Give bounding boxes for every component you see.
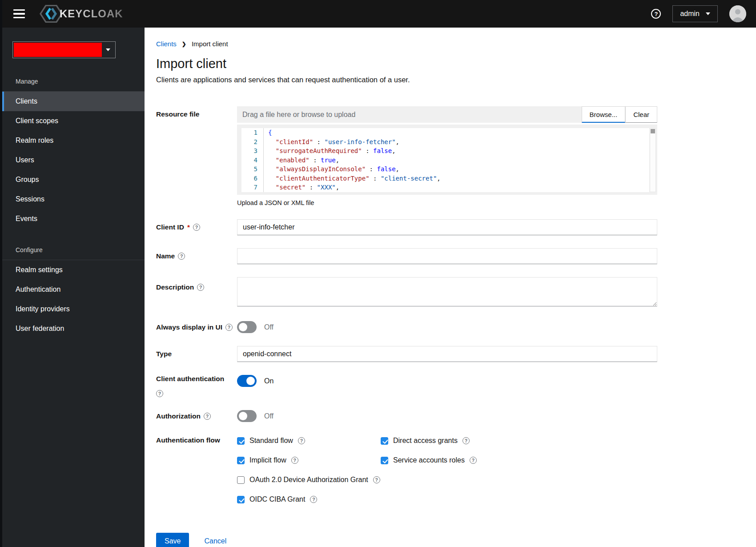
authorization-label: Authorization ?	[156, 412, 237, 420]
sidebar-item-user-federation[interactable]: User federation	[2, 319, 145, 338]
always-display-label: Always display in UI ?	[156, 323, 237, 331]
help-icon[interactable]: ?	[225, 324, 233, 331]
checkbox-row-direct-access-grants[interactable]: Direct access grants?	[381, 435, 524, 446]
authorization-toggle[interactable]	[237, 410, 257, 422]
name-input[interactable]	[237, 248, 657, 264]
toggle-state-label: Off	[264, 323, 273, 331]
save-button[interactable]: Save	[156, 533, 189, 547]
type-input[interactable]	[237, 346, 657, 362]
description-textarea[interactable]	[237, 277, 657, 306]
upload-helper-text: Upload a JSON or XML file	[237, 199, 657, 206]
sidebar-item-realm-settings[interactable]: Realm settings	[2, 260, 145, 280]
checked-checkbox[interactable]	[381, 437, 388, 445]
sidebar-item-authentication[interactable]: Authentication	[2, 280, 145, 299]
client-authentication-label: Client authentication ?	[156, 375, 237, 397]
nav-section-title-configure: Configure	[2, 246, 145, 260]
checkbox-row-implicit-flow[interactable]: Implicit flow?	[237, 454, 381, 466]
client-authentication-toggle[interactable]	[237, 375, 257, 387]
sidebar-item-sessions[interactable]: Sessions	[2, 189, 145, 209]
sidebar-item-realm-roles[interactable]: Realm roles	[2, 131, 145, 150]
checkbox-label: OIDC CIBA Grant	[249, 495, 305, 503]
client-authentication-row: Client authentication ? On	[156, 375, 657, 397]
resource-file-label: Resource file	[156, 106, 237, 118]
editor-scrollbar[interactable]	[650, 128, 656, 192]
sidebar-item-users[interactable]: Users	[2, 150, 145, 170]
sidebar: ManageClientsClient scopesRealm rolesUse…	[0, 28, 145, 547]
resource-file-row: Resource file Drag a file here or browse…	[156, 106, 657, 206]
editor-scrollbar-thumb[interactable]	[651, 129, 655, 133]
checked-checkbox[interactable]	[237, 437, 245, 445]
sidebar-item-client-scopes[interactable]: Client scopes	[2, 111, 145, 131]
help-icon[interactable]: ?	[298, 437, 305, 444]
avatar-person-icon	[729, 5, 746, 22]
help-icon[interactable]: ?	[178, 253, 185, 260]
checkbox-row-oidc-ciba-grant[interactable]: OIDC CIBA Grant?	[237, 494, 381, 505]
unchecked-checkbox[interactable]	[237, 476, 245, 484]
help-icon[interactable]: ?	[310, 496, 317, 503]
file-drop-zone[interactable]: Drag a file here or browse to upload	[237, 106, 582, 123]
code-editor[interactable]: 1234567 { "clientId" : "user-info-fetche…	[237, 125, 657, 195]
caret-down-icon	[706, 12, 710, 15]
sidebar-item-groups[interactable]: Groups	[2, 170, 145, 189]
window-edge	[0, 0, 2, 547]
client-id-input[interactable]	[237, 219, 657, 235]
authentication-flow-row: Authentication flow Standard flow?Implic…	[156, 435, 657, 513]
realm-selector[interactable]	[12, 41, 116, 58]
form-actions: Save Cancel	[156, 533, 657, 547]
caret-down-icon	[106, 48, 110, 51]
help-icon[interactable]: ?	[197, 284, 204, 291]
hamburger-icon[interactable]	[13, 9, 25, 18]
help-icon[interactable]: ?	[291, 457, 298, 464]
breadcrumb-current: Import client	[192, 40, 228, 48]
file-drop-placeholder: Drag a file here or browse to upload	[242, 111, 355, 119]
client-id-label: Client ID * ?	[156, 223, 237, 231]
type-row: Type	[156, 346, 657, 362]
description-label: Description ?	[156, 277, 237, 291]
checked-checkbox[interactable]	[381, 457, 388, 464]
always-display-toggle[interactable]	[237, 321, 257, 333]
auth-flow-columns: Standard flow?Implicit flow?OAuth 2.0 De…	[237, 435, 657, 513]
page-title: Import client	[156, 56, 657, 71]
editor-code[interactable]: { "clientId" : "user-info-fetcher", "sur…	[264, 128, 649, 192]
checkbox-row-oauth-2-0-device-authorization-grant[interactable]: OAuth 2.0 Device Authorization Grant?	[237, 474, 381, 486]
help-icon[interactable]: ?	[156, 390, 163, 397]
masthead: KEYCLOAK ? admin	[0, 0, 756, 28]
checkbox-label: Direct access grants	[393, 437, 458, 445]
checkbox-label: OAuth 2.0 Device Authorization Grant	[249, 476, 368, 484]
checkbox-row-service-accounts-roles[interactable]: Service accounts roles?	[381, 454, 524, 466]
checked-checkbox[interactable]	[237, 457, 245, 464]
toggle-state-label: Off	[264, 412, 273, 420]
help-icon[interactable]: ?	[204, 413, 211, 420]
keycloak-logo: KEYCLOAK	[39, 3, 123, 24]
checkbox-label: Standard flow	[249, 437, 293, 445]
user-menu[interactable]: admin	[672, 5, 718, 22]
help-icon[interactable]: ?	[470, 457, 477, 464]
import-client-form: Resource file Drag a file here or browse…	[156, 106, 657, 547]
help-icon[interactable]: ?	[462, 437, 470, 444]
clear-button[interactable]: Clear	[625, 106, 657, 123]
page-subtitle: Clients are applications and services th…	[156, 76, 657, 84]
description-row: Description ?	[156, 277, 657, 308]
help-icon[interactable]: ?	[373, 476, 380, 483]
toggle-state-label: On	[264, 377, 273, 385]
help-icon[interactable]: ?	[651, 9, 661, 19]
cancel-button[interactable]: Cancel	[204, 537, 226, 545]
user-avatar[interactable]	[729, 5, 746, 22]
checked-checkbox[interactable]	[237, 496, 245, 503]
sidebar-nav: ManageClientsClient scopesRealm rolesUse…	[2, 78, 145, 338]
sidebar-item-events[interactable]: Events	[2, 209, 145, 229]
breadcrumb-clients-link[interactable]: Clients	[156, 40, 177, 48]
checkbox-label: Service accounts roles	[393, 456, 465, 464]
user-menu-label: admin	[680, 10, 700, 18]
editor-gutter: 1234567	[241, 128, 264, 192]
type-label: Type	[156, 350, 237, 358]
realm-name-redacted	[14, 43, 102, 57]
nav-section-title-manage: Manage	[2, 78, 145, 91]
brand-wordmark: KEYCLOAK	[60, 8, 123, 20]
browse-button[interactable]: Browse...	[582, 106, 626, 123]
sidebar-item-identity-providers[interactable]: Identity providers	[2, 299, 145, 319]
breadcrumb: Clients ❯ Import client	[156, 40, 657, 48]
checkbox-row-standard-flow[interactable]: Standard flow?	[237, 435, 381, 446]
help-icon[interactable]: ?	[193, 224, 200, 231]
sidebar-item-clients[interactable]: Clients	[2, 92, 145, 111]
